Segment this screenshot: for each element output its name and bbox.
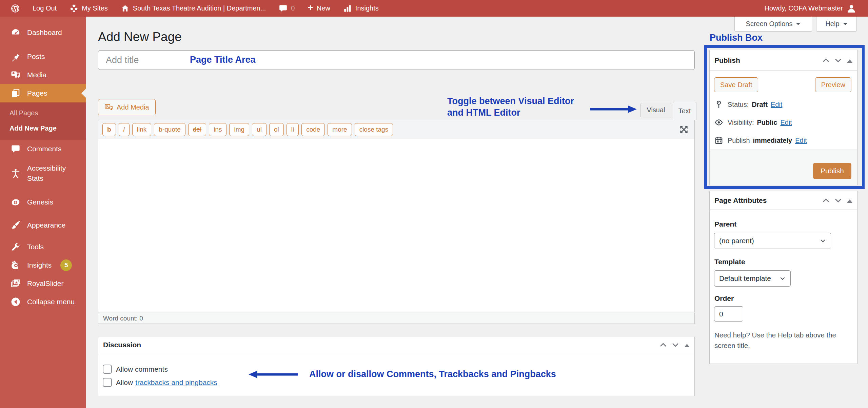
sidebar-label-dashboard: Dashboard [27, 28, 62, 37]
sidebar-item-accessibility-stats[interactable]: Accessibility Stats [0, 158, 86, 189]
publish-panel-header[interactable]: Publish [710, 50, 857, 71]
quicktag-bold-button[interactable]: b [102, 123, 116, 136]
tab-visual[interactable]: Visual [640, 103, 671, 117]
publish-button[interactable]: Publish [813, 163, 851, 179]
toggle-panel-icon[interactable] [847, 57, 852, 63]
quicktag-close-tags-button[interactable]: close tags [355, 123, 393, 136]
toggle-panel-icon[interactable] [684, 341, 690, 347]
allow-comments-checkbox[interactable] [103, 365, 112, 374]
sidebar-item-genesis[interactable]: G Genesis [0, 193, 86, 211]
paintbrush-icon [9, 219, 22, 231]
allow-trackbacks-prefix: Allow [116, 378, 133, 387]
admin-bar-new[interactable]: + New [303, 0, 334, 17]
help-button[interactable]: Help [816, 17, 857, 32]
eye-icon [714, 118, 723, 127]
sidebar-item-collapse-menu[interactable]: Collapse menu [0, 293, 86, 311]
page-attributes-panel: Page Attributes Parent (no parent) Templ… [709, 191, 857, 364]
move-down-icon[interactable] [672, 343, 679, 347]
sidebar-label-royalslider: RoyalSlider [27, 279, 63, 288]
sidebar-item-comments[interactable]: Comments [0, 140, 86, 158]
sidebar-item-all-pages[interactable]: All Pages [0, 106, 86, 120]
order-label: Order [714, 294, 734, 303]
home-icon [121, 4, 130, 13]
pushpin-icon [9, 51, 22, 63]
sidebar-item-posts[interactable]: Posts [0, 47, 86, 66]
quicktags-toolbar: b i link b-quote del ins img ul ol li co… [98, 120, 694, 139]
move-up-icon[interactable] [823, 58, 829, 63]
sidebar-item-media[interactable]: Media [0, 66, 86, 84]
insights-count-badge: 5 [60, 259, 72, 271]
order-input[interactable] [714, 306, 743, 322]
wordpress-logo-menu[interactable] [7, 0, 24, 17]
quicktag-img-button[interactable]: img [229, 123, 249, 136]
calendar-icon [714, 136, 723, 145]
move-down-icon[interactable] [835, 198, 842, 203]
template-select[interactable]: Default template [714, 270, 791, 287]
page-attributes-header[interactable]: Page Attributes [710, 191, 857, 210]
bar-chart-icon [343, 4, 352, 13]
editor-container: b i link b-quote del ins img ul ol li co… [98, 120, 695, 312]
edit-status-link[interactable]: Edit [771, 101, 782, 109]
sidebar-item-add-new-page[interactable]: Add New Page [0, 122, 86, 135]
schedule-value: immediately [753, 137, 792, 144]
page-attributes-help-text: Need help? Use the Help tab above the sc… [714, 330, 857, 351]
sidebar-label-genesis: Genesis [27, 198, 53, 206]
preview-button[interactable]: Preview [815, 77, 851, 92]
royalslider-icon [9, 277, 22, 290]
comments-count: 0 [291, 4, 295, 12]
page-title-input[interactable] [98, 51, 694, 70]
move-up-icon[interactable] [660, 343, 667, 347]
sidebar-item-dashboard[interactable]: Dashboard [0, 23, 86, 42]
quicktag-ul-button[interactable]: ul [252, 123, 267, 136]
annotation-page-title-area: Page Title Area [190, 55, 256, 65]
discussion-panel-header[interactable]: Discussion [98, 337, 694, 353]
pages-submenu: All Pages Add New Page [0, 102, 86, 140]
tab-visual-label: Visual [647, 106, 665, 114]
edit-schedule-link[interactable]: Edit [795, 137, 807, 144]
tab-text[interactable]: Text [673, 102, 696, 120]
add-media-label: Add Media [117, 103, 149, 111]
move-down-icon[interactable] [835, 58, 842, 63]
save-draft-button[interactable]: Save Draft [714, 77, 758, 92]
admin-bar-account[interactable]: Howdy, COFA Webmaster [760, 0, 861, 17]
chevron-down-icon [820, 238, 826, 244]
fullscreen-icon[interactable] [679, 124, 689, 135]
admin-bar-site-name[interactable]: South Texas Theatre Audition | Departmen… [117, 0, 270, 17]
quicktag-code-button[interactable]: code [301, 123, 325, 136]
admin-bar-my-sites[interactable]: My Sites [65, 0, 112, 17]
sidebar-item-tools[interactable]: Tools [0, 238, 86, 256]
admin-bar-right: Howdy, COFA Webmaster [760, 0, 868, 17]
sidebar-item-insights[interactable]: Insights 5 [0, 256, 86, 274]
add-media-icon [104, 103, 113, 112]
admin-bar-comments[interactable]: 0 [275, 0, 299, 17]
discussion-title: Discussion [103, 341, 660, 349]
admin-bar-insights[interactable]: Insights [339, 0, 383, 17]
admin-bar-logout[interactable]: Log Out [28, 0, 61, 17]
quicktag-ol-button[interactable]: ol [269, 123, 284, 136]
sidebar-item-royalslider[interactable]: RoyalSlider [0, 274, 86, 293]
move-up-icon[interactable] [823, 198, 829, 203]
quicktag-del-button[interactable]: del [188, 123, 206, 136]
allow-trackbacks-checkbox[interactable] [103, 378, 112, 387]
quicktag-li-button[interactable]: li [287, 123, 299, 136]
sidebar-item-pages[interactable]: Pages [0, 84, 86, 102]
edit-visibility-link[interactable]: Edit [780, 119, 792, 127]
quicktag-more-button[interactable]: more [328, 123, 352, 136]
quicktag-italic-button[interactable]: i [119, 123, 130, 136]
template-label: Template [714, 258, 745, 266]
quicktag-blockquote-button[interactable]: b-quote [154, 123, 185, 136]
allow-comments-row: Allow comments [103, 365, 168, 374]
editor-textarea[interactable] [98, 139, 694, 312]
sidebar-label-tools: Tools [27, 243, 44, 251]
toggle-panel-icon[interactable] [847, 197, 852, 203]
add-media-button[interactable]: Add Media [98, 99, 156, 115]
preview-label: Preview [821, 81, 845, 89]
wordpress-add-new-page-screen: { "admin_bar": { "logout": "Log Out", "m… [0, 0, 868, 408]
sidebar-item-appearance[interactable]: Appearance [0, 216, 86, 234]
quicktag-link-button[interactable]: link [132, 123, 152, 136]
parent-select[interactable]: (no parent) [714, 233, 831, 249]
wordpress-logo-icon [11, 4, 20, 13]
quicktag-ins-button[interactable]: ins [209, 123, 226, 136]
screen-options-button[interactable]: Screen Options [734, 17, 812, 32]
trackbacks-pingbacks-link[interactable]: trackbacks and pingbacks [135, 378, 217, 387]
